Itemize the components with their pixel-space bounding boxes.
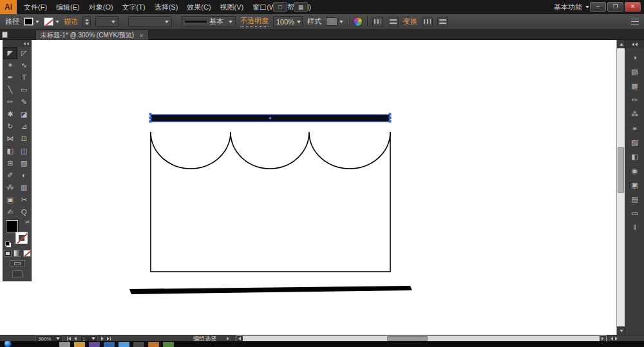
taskbar-app-2[interactable] xyxy=(74,342,85,347)
document-tab[interactable]: 未标题-1* @ 300% (CMYK/预览) × xyxy=(35,30,149,40)
taskbar-app-6[interactable] xyxy=(133,342,144,347)
tool-mesh[interactable]: ⊞ xyxy=(3,157,17,169)
tool-column-graph[interactable]: ▥ xyxy=(17,182,32,194)
first-artboard-button[interactable] xyxy=(67,337,71,341)
menu-item-effect[interactable]: 效果(C) xyxy=(182,0,215,14)
tool-direct-selection[interactable]: ◸ xyxy=(17,47,32,59)
default-fill-stroke-icon[interactable] xyxy=(5,241,10,246)
opacity-label[interactable]: 不透明度 xyxy=(240,16,269,27)
tools-panel-header[interactable] xyxy=(3,40,31,47)
base-bar-object[interactable] xyxy=(129,286,412,294)
taskbar-app-3[interactable] xyxy=(89,342,100,347)
panel-icon-color[interactable]: ◑ xyxy=(629,53,641,62)
horizontal-scroll-thumb[interactable] xyxy=(387,336,428,341)
scroll-left-button[interactable] xyxy=(236,336,243,341)
opacity-dropdown[interactable]: 100% xyxy=(273,16,303,27)
panel-icon-artboards[interactable]: ▭ xyxy=(629,209,641,218)
selected-bar-object[interactable] xyxy=(149,113,392,123)
taskbar-app-4[interactable] xyxy=(104,342,115,347)
arrange-documents-icon[interactable]: ▦ xyxy=(294,2,308,12)
vertical-scrollbar[interactable] xyxy=(616,40,625,335)
menu-item-file[interactable]: 文件(F) xyxy=(19,0,52,14)
menu-item-edit[interactable]: 编辑(E) xyxy=(52,0,84,14)
tool-eraser[interactable]: ◪ xyxy=(17,108,32,120)
arrow-right-icon[interactable] xyxy=(615,337,618,341)
menu-item-view[interactable]: 视图(V) xyxy=(216,0,249,14)
stroke-color-box[interactable] xyxy=(15,232,28,244)
panel-icon-align[interactable]: ‖ xyxy=(629,223,641,232)
tool-rectangle[interactable]: ▭ xyxy=(17,84,32,96)
swap-fill-stroke-icon[interactable]: ⇄ xyxy=(25,219,30,225)
panel-icon-stroke[interactable]: ≡ xyxy=(629,124,641,133)
selection-center-anchor[interactable] xyxy=(269,117,272,120)
menu-item-type[interactable]: 文字(T) xyxy=(118,0,150,14)
tool-paintbrush[interactable]: ✏ xyxy=(3,96,17,108)
panel-icon-gradient[interactable]: ▨ xyxy=(629,138,641,147)
tool-pen[interactable]: ✒ xyxy=(3,71,17,84)
color-button[interactable] xyxy=(4,250,12,257)
tool-artboard[interactable]: ▣ xyxy=(3,194,17,206)
stroke-weight-stepper[interactable] xyxy=(82,16,91,27)
workspace-switcher[interactable]: 基本功能 xyxy=(554,0,589,14)
screen-mode-button[interactable] xyxy=(12,270,23,277)
next-artboard-button[interactable] xyxy=(101,337,104,341)
none-button[interactable] xyxy=(23,250,31,257)
tool-pencil[interactable]: ✎ xyxy=(17,96,32,108)
tool-rotate[interactable]: ↻ xyxy=(3,120,17,133)
artboard-canvas[interactable] xyxy=(0,40,616,335)
width-profile-dropdown[interactable] xyxy=(128,16,172,27)
previous-artboard-button[interactable] xyxy=(74,337,77,341)
menu-item-select[interactable]: 选择(S) xyxy=(150,0,183,14)
last-artboard-button[interactable] xyxy=(107,337,111,341)
panel-icon-swatches[interactable]: ▦ xyxy=(629,81,641,91)
panel-icon-appearance[interactable]: ◉ xyxy=(629,166,641,176)
windows-start-button[interactable] xyxy=(4,341,12,347)
panel-menu-icon[interactable] xyxy=(631,19,639,24)
stroke-color-picker[interactable] xyxy=(44,17,59,26)
curtain-shape-object[interactable] xyxy=(151,132,390,272)
curtain-scallops-path[interactable] xyxy=(151,132,390,169)
distribute-objects-icon[interactable] xyxy=(388,17,399,26)
tool-symbol-sprayer[interactable]: ⁂ xyxy=(3,182,17,194)
tool-eyedropper[interactable]: ✐ xyxy=(3,169,17,182)
taskbar-app-5[interactable] xyxy=(118,342,129,347)
tool-lasso[interactable]: ∿ xyxy=(17,59,32,71)
more-options-icon[interactable] xyxy=(437,17,448,26)
brush-definition-dropdown[interactable]: 基本 xyxy=(182,16,236,27)
menu-item-object[interactable]: 对象(O) xyxy=(84,0,118,14)
align-objects-icon[interactable] xyxy=(372,17,383,26)
panel-icon-layers[interactable]: ▤ xyxy=(629,194,641,204)
style-picker[interactable] xyxy=(326,17,343,26)
tool-gradient[interactable]: ▨ xyxy=(17,157,32,169)
fill-color-picker[interactable] xyxy=(24,17,39,26)
vertical-scroll-thumb[interactable] xyxy=(618,147,624,193)
taskbar-app-8[interactable] xyxy=(163,342,174,347)
tools-panel-toggle-icon[interactable] xyxy=(2,32,8,38)
transform-label[interactable]: 变换 xyxy=(403,17,417,26)
isolate-selection-icon[interactable] xyxy=(422,17,433,26)
expand-panels-button[interactable] xyxy=(625,40,644,48)
tool-scale[interactable]: ⊿ xyxy=(17,120,32,133)
panel-icon-transparency[interactable]: ◧ xyxy=(629,152,641,162)
fill-color-box[interactable] xyxy=(6,220,18,232)
tool-blend[interactable]: ◐ xyxy=(17,169,32,182)
status-options-icon[interactable] xyxy=(227,337,229,341)
minimize-button[interactable]: – xyxy=(590,2,606,12)
gradient-button[interactable] xyxy=(14,250,21,257)
tool-slice[interactable]: ✂ xyxy=(17,194,32,206)
tool-magic-wand[interactable]: ✶ xyxy=(3,59,17,71)
bridge-icon[interactable]: □ xyxy=(273,2,287,12)
restore-button[interactable]: ❐ xyxy=(607,2,623,12)
close-button[interactable]: ✕ xyxy=(625,2,641,12)
tool-width[interactable]: ⋈ xyxy=(3,133,17,145)
tool-perspective-grid[interactable]: ◫ xyxy=(17,145,32,157)
tool-free-transform[interactable]: ⊡ xyxy=(17,133,32,145)
tool-line-segment[interactable]: ╲ xyxy=(3,84,17,96)
tool-selection[interactable]: ◤ xyxy=(3,47,17,59)
taskbar-app-1[interactable] xyxy=(59,342,70,347)
stroke-weight-dropdown[interactable] xyxy=(95,16,118,27)
tool-type[interactable]: T xyxy=(17,71,32,84)
tool-zoom[interactable]: Q xyxy=(17,206,32,218)
taskbar-app-7[interactable] xyxy=(148,342,159,347)
close-tab-icon[interactable]: × xyxy=(139,32,143,39)
